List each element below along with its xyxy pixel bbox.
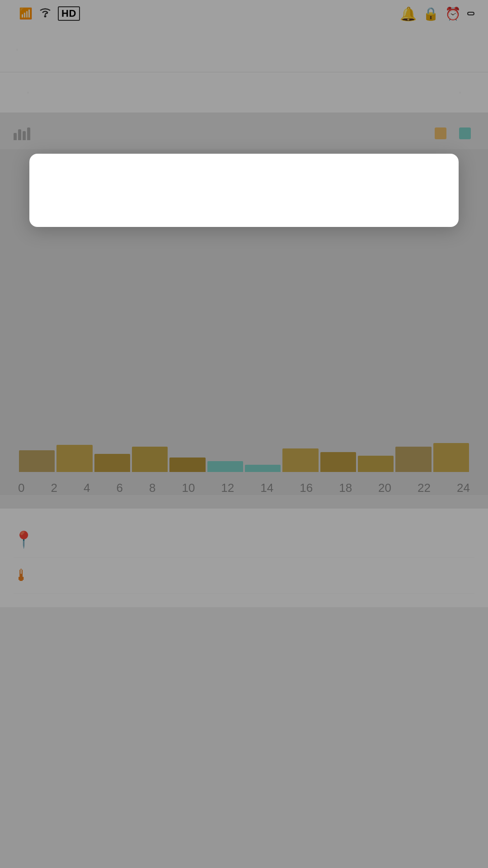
horizontal-bar-chart xyxy=(47,199,441,204)
work-distribution-modal xyxy=(29,154,459,227)
modal-overlay[interactable] xyxy=(0,0,488,868)
